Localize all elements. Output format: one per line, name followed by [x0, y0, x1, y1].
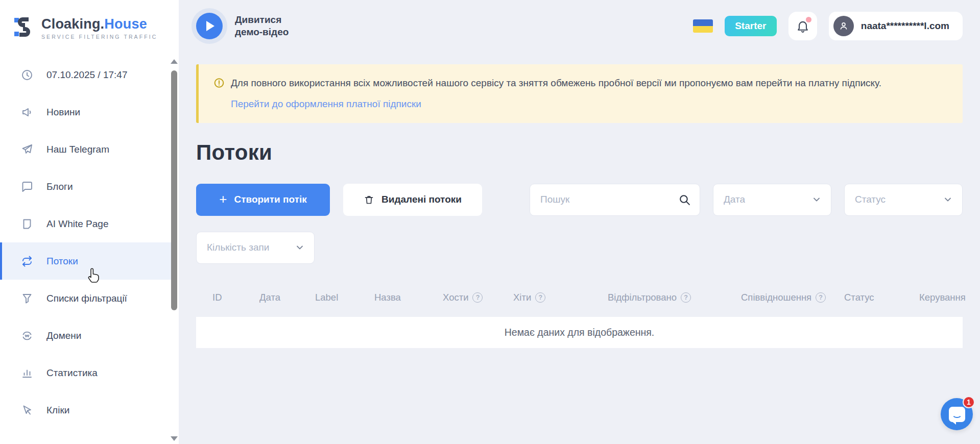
chevron-down-icon	[811, 194, 822, 205]
sidebar-item-statistics[interactable]: Статистика	[0, 354, 172, 391]
chevron-down-icon	[295, 242, 305, 253]
table-column-header: Хости ?	[443, 292, 483, 303]
scrollbar-thumb[interactable]	[171, 70, 177, 310]
cursor-icon	[20, 404, 34, 417]
help-icon[interactable]: ?	[472, 292, 483, 303]
trash-icon	[364, 194, 374, 205]
sidebar-item-ai-white-page[interactable]: AI White Page	[0, 205, 172, 242]
help-icon[interactable]: ?	[816, 292, 826, 303]
bar-chart-icon	[20, 366, 34, 380]
chat-bubble-icon	[949, 407, 965, 422]
empty-state-message: Немає даних для відображення.	[505, 327, 655, 338]
warning-icon	[214, 78, 224, 88]
logo-title: Cloaking.House	[41, 16, 157, 32]
table-column-header: Співвідношення ?	[741, 292, 826, 303]
status-filter-select[interactable]: Статус	[844, 184, 963, 216]
chevron-down-icon	[943, 194, 953, 205]
sidebar-item-streams[interactable]: Потоки	[0, 242, 172, 280]
per-page-select[interactable]: Кількість запи	[196, 232, 315, 264]
sidebar-item-filter-lists[interactable]: Списки фільтрації	[0, 280, 172, 317]
user-account-button[interactable]: naata**********l.com	[829, 12, 963, 40]
table-column-header: Відфільтровано ?	[608, 292, 691, 303]
sidebar-item-clicks[interactable]: Кліки	[0, 391, 172, 429]
help-icon[interactable]: ?	[535, 292, 545, 303]
sidebar-item-datetime[interactable]: 07.10.2025 / 17:47	[0, 56, 172, 93]
demo-video-button[interactable]: Дивитися демо-відео	[196, 13, 289, 39]
scroll-down-icon[interactable]	[171, 436, 178, 441]
funnel-icon	[20, 292, 34, 305]
table-column-header: Керування	[919, 292, 966, 303]
table-header-row: ID Дата Label Назва Хости ? Хіти ? Відфі…	[196, 285, 963, 310]
table-column-header: Дата	[259, 292, 280, 303]
language-flag-ukraine[interactable]	[693, 19, 713, 33]
demo-video-label: Дивитися демо-відео	[235, 14, 289, 39]
main-content: Дивитися демо-відео Starter naata*******…	[179, 0, 980, 444]
trial-warning-banner: Для повного використання всіх можливосте…	[196, 64, 963, 123]
chat-widget-button[interactable]: 1	[941, 398, 973, 430]
table-column-header: Статус	[844, 292, 874, 303]
sidebar-item-domains[interactable]: Домени	[0, 317, 172, 354]
search-input[interactable]	[530, 184, 700, 216]
page-icon	[20, 217, 34, 231]
table-column-header: Хіти ?	[513, 292, 545, 303]
sidebar-item-telegram[interactable]: Наш Telegram	[0, 131, 172, 168]
sidebar-item-news[interactable]: Новини	[0, 93, 172, 131]
date-filter-select[interactable]: Дата	[713, 184, 831, 216]
search-icon[interactable]	[678, 193, 691, 206]
table-column-header: Label	[315, 292, 338, 303]
globe-icon	[20, 329, 34, 342]
table-empty-row: Немає даних для відображення.	[196, 317, 963, 348]
user-icon	[838, 20, 849, 32]
telegram-icon	[20, 143, 34, 156]
plan-badge[interactable]: Starter	[725, 16, 777, 36]
controls-row: + Створити потік Видалені потоки Дата Ст…	[196, 184, 963, 216]
notification-dot	[806, 17, 811, 22]
avatar	[833, 16, 854, 36]
logo-icon	[13, 15, 35, 41]
sidebar: Cloaking.House SERVICE FILTERING TRAFFIC…	[0, 0, 179, 444]
table-column-header: ID	[212, 292, 222, 303]
deleted-streams-button[interactable]: Видалені потоки	[343, 184, 482, 216]
create-stream-button[interactable]: + Створити потік	[196, 184, 330, 216]
logo[interactable]: Cloaking.House SERVICE FILTERING TRAFFIC	[0, 0, 179, 52]
topbar: Дивитися демо-відео Starter naata*******…	[196, 0, 963, 52]
plus-icon: +	[219, 192, 227, 206]
logo-subtitle: SERVICE FILTERING TRAFFIC	[41, 34, 157, 40]
chat-unread-badge: 1	[963, 396, 975, 408]
upgrade-subscription-link[interactable]: Перейти до оформлення платної підписки	[231, 98, 421, 110]
table-column-header: Назва	[374, 292, 401, 303]
sync-icon	[20, 255, 34, 268]
chat-icon	[20, 180, 34, 193]
user-email: naata**********l.com	[861, 20, 949, 32]
scroll-up-icon[interactable]	[171, 59, 178, 64]
sidebar-item-blogs[interactable]: Блоги	[0, 168, 172, 205]
sidebar-nav: 07.10.2025 / 17:47 Новини Наш Telegram Б…	[0, 56, 179, 429]
notifications-button[interactable]	[788, 12, 817, 40]
play-icon[interactable]	[196, 13, 223, 39]
help-icon[interactable]: ?	[681, 292, 691, 303]
megaphone-icon	[20, 106, 34, 119]
banner-message: Для повного використання всіх можливосте…	[231, 77, 881, 90]
clock-icon	[20, 68, 34, 82]
page-title: Потоки	[196, 140, 963, 165]
sidebar-scrollbar[interactable]	[171, 57, 178, 444]
